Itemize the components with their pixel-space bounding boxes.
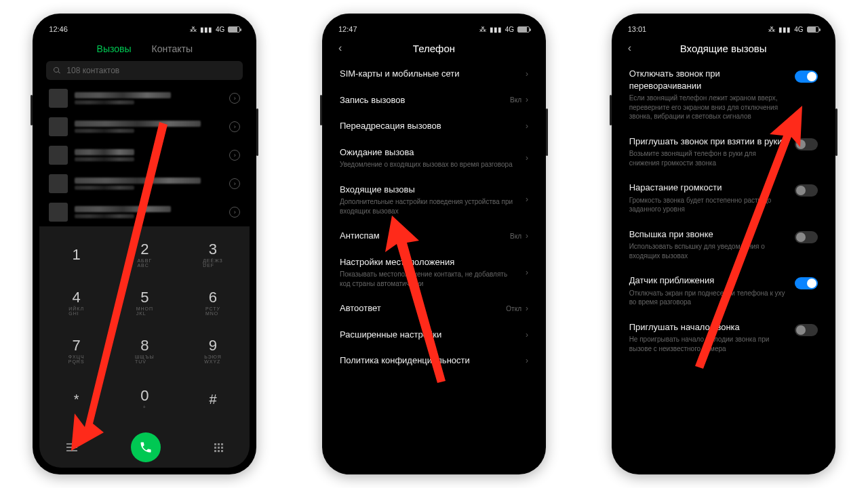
settings-list[interactable]: SIM-карты и мобильные сети›Запись вызово… <box>329 61 539 468</box>
toggle-switch[interactable] <box>795 184 818 197</box>
key-letters: АБВГABC <box>137 258 152 268</box>
item-label: Расширенные настройки <box>340 329 519 341</box>
avatar <box>49 89 68 108</box>
bluetooth-icon: ⁂ <box>190 26 197 33</box>
bluetooth-icon: ⁂ <box>768 26 775 33</box>
settings-item[interactable]: SIM-карты и мобильные сети› <box>329 61 539 87</box>
item-label: Настройки местоположения <box>340 256 519 268</box>
dialpad: 12АБВГABC3ДЕЁЖЗDEF4ИЙКЛGHI5МНОПJKL6РСТУM… <box>39 226 250 427</box>
signal-icon: ▮▮▮ <box>490 26 502 33</box>
settings-item[interactable]: Входящие вызовыДополнительные настройки … <box>329 177 539 224</box>
chevron-right-icon: › <box>526 304 528 313</box>
network-label: 4G <box>216 26 224 33</box>
phone-frame-1: 12:46 ⁂ ▮▮▮ 4G Вызовы Контакты 108 конта… <box>33 14 256 474</box>
dialpad-key-2[interactable]: 2АБВГABC <box>111 230 179 279</box>
key-number: 8 <box>140 338 149 353</box>
dialpad-key-8[interactable]: 8ШЩЪЫTUV <box>111 327 179 375</box>
settings-item[interactable]: Приглушать звонок при взятии в рукиВозьм… <box>618 129 829 176</box>
settings-item[interactable]: Ожидание вызоваУведомление о входящих вы… <box>329 140 539 177</box>
item-sublabel: Использовать вспышку для уведомления о в… <box>629 242 788 260</box>
item-right: › <box>526 153 528 163</box>
tabs: Вызовы Контакты <box>39 38 250 61</box>
call-button[interactable] <box>131 432 161 462</box>
settings-item[interactable]: Расширенные настройки› <box>329 322 539 348</box>
item-sublabel: Возьмите звонящий телефон в руки для сни… <box>629 149 788 167</box>
status-bar: 12:47 ⁂ ▮▮▮ 4G <box>329 20 539 38</box>
call-item-text <box>75 149 222 161</box>
tab-calls[interactable]: Вызовы <box>97 43 132 54</box>
chevron-right-icon: › <box>526 153 528 163</box>
toggle-switch[interactable] <box>795 138 818 150</box>
toggle-switch[interactable] <box>795 324 818 336</box>
network-label: 4G <box>794 26 803 33</box>
settings-item[interactable]: Датчик приближенияОтключать экран при по… <box>618 268 829 314</box>
call-list-item[interactable]: › <box>39 113 250 141</box>
settings-list[interactable]: Отключать звонок при переворачиванииЕсли… <box>618 61 829 468</box>
item-sublabel: Отключать экран при поднесении телефона … <box>629 289 788 307</box>
settings-item[interactable]: Отключать звонок при переворачиванииЕсли… <box>618 61 829 129</box>
phone-icon <box>139 441 153 454</box>
call-list-item[interactable]: › <box>39 84 250 113</box>
settings-item[interactable]: Переадресация вызовов› <box>329 113 539 140</box>
key-number: 4 <box>73 290 81 305</box>
key-number: 9 <box>209 338 217 353</box>
chevron-right-icon: › <box>526 95 528 104</box>
settings-item[interactable]: Запись вызововВкл› <box>329 87 539 114</box>
battery-icon <box>517 26 530 33</box>
key-number: 3 <box>209 242 217 257</box>
page-title: Телефон <box>329 43 539 54</box>
settings-item[interactable]: Приглушать начало звонкаНе проигрывать н… <box>618 314 829 361</box>
key-letters: ДЕЁЖЗDEF <box>203 258 223 268</box>
status-time: 12:46 <box>49 25 68 33</box>
toggle-switch[interactable] <box>795 277 818 289</box>
call-list-item[interactable]: › <box>39 169 250 198</box>
toggle-switch[interactable] <box>795 70 818 83</box>
item-label: Входящие вызовы <box>340 184 519 196</box>
dialpad-key-5[interactable]: 5МНОПJKL <box>111 279 179 327</box>
item-right: Вкл› <box>510 95 528 104</box>
settings-item[interactable]: Нарастание громкостиГромкость звонка буд… <box>618 175 829 222</box>
settings-item[interactable]: Вспышка при звонкеИспользовать вспышку д… <box>618 222 829 268</box>
chevron-right-icon: › <box>526 195 528 204</box>
dialpad-key-4[interactable]: 4ИЙКЛGHI <box>42 279 111 327</box>
chevron-right-icon[interactable]: › <box>229 207 240 218</box>
dialpad-toggle-button[interactable] <box>214 443 223 452</box>
chevron-right-icon: › <box>526 356 528 365</box>
status-bar: 12:46 ⁂ ▮▮▮ 4G <box>39 20 250 38</box>
item-label: Антиспам <box>340 230 503 242</box>
menu-button[interactable] <box>66 443 77 451</box>
battery-icon <box>228 26 240 33</box>
dialpad-key-9[interactable]: 9ЬЭЮЯWXYZ <box>179 327 248 375</box>
settings-item[interactable]: Политика конфиденциальности› <box>329 348 539 374</box>
item-label: Вспышка при звонке <box>629 228 788 241</box>
call-list-item[interactable]: › <box>39 198 250 226</box>
dialpad-key-0[interactable]: 0+ <box>111 375 179 423</box>
search-input[interactable]: 108 контактов <box>46 61 243 80</box>
status-time: 13:01 <box>628 25 647 33</box>
dialpad-key-1[interactable]: 1 <box>42 230 111 279</box>
tab-contacts[interactable]: Контакты <box>152 43 193 54</box>
chevron-right-icon[interactable]: › <box>229 178 240 189</box>
dialpad-key-#[interactable]: # <box>179 375 248 423</box>
dialpad-key-7[interactable]: 7ФХЦЧPQRS <box>42 327 111 375</box>
call-item-text <box>75 121 222 133</box>
header: ‹ Входящие вызовы <box>618 38 829 61</box>
key-letters: ЬЭЮЯWXYZ <box>204 354 222 364</box>
dialpad-key-6[interactable]: 6РСТУMNO <box>179 279 248 327</box>
call-list[interactable]: › › › › › <box>39 84 250 226</box>
chevron-right-icon[interactable]: › <box>229 93 240 104</box>
dialpad-key-*[interactable]: * <box>42 375 111 423</box>
item-right: › <box>526 195 528 204</box>
chevron-right-icon[interactable]: › <box>229 150 240 161</box>
settings-item[interactable]: АнтиспамВкл› <box>329 223 539 249</box>
settings-item[interactable]: Настройки местоположенияПоказывать место… <box>329 249 539 296</box>
status-bar: 13:01 ⁂ ▮▮▮ 4G <box>618 20 829 38</box>
settings-item[interactable]: АвтоответОткл› <box>329 296 539 322</box>
dialpad-key-3[interactable]: 3ДЕЁЖЗDEF <box>179 230 248 279</box>
key-letters: ИЙКЛGHI <box>68 306 84 316</box>
item-label: Датчик приближения <box>629 274 788 287</box>
chevron-right-icon[interactable]: › <box>229 121 240 132</box>
call-list-item[interactable]: › <box>39 141 250 169</box>
item-label: Нарастание громкости <box>629 182 788 194</box>
toggle-switch[interactable] <box>795 231 818 243</box>
